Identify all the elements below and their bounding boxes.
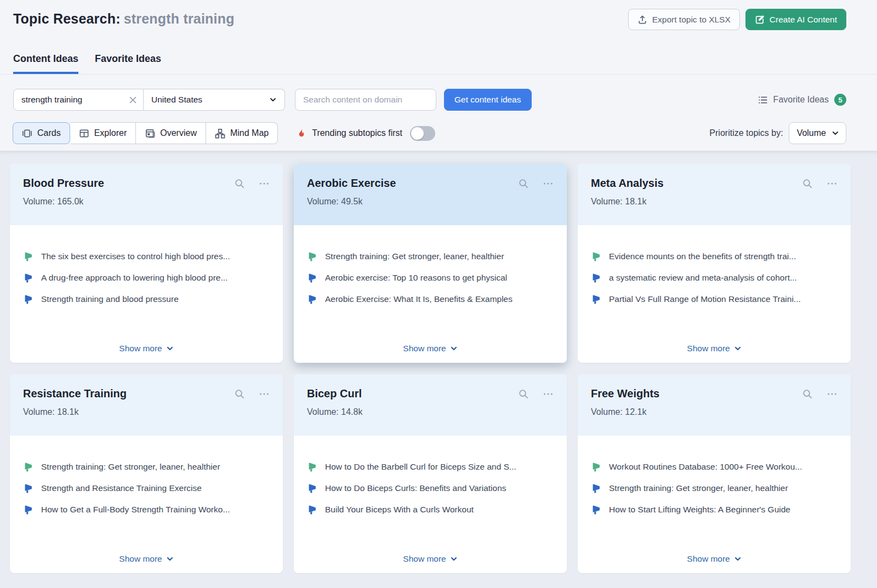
headline-item[interactable]: How to Do the Barbell Curl for Biceps Si… (307, 460, 554, 474)
show-more-button[interactable]: Show more (687, 554, 741, 564)
topic-card-volume: Volume: 165.0k (23, 197, 270, 207)
domain-search-placeholder: Search content on domain (303, 95, 402, 105)
ellipsis-menu-icon[interactable] (543, 178, 554, 189)
headline-list: Strength training: Get stronger, leaner,… (23, 460, 270, 524)
topic-cards-grid: Blood Pressure Volume: 165.0k (10, 164, 851, 573)
ellipsis-menu-icon[interactable] (827, 389, 838, 399)
topic-query-input[interactable]: strength training (13, 89, 144, 111)
view-controls-row: Cards Explorer Overview (0, 122, 877, 144)
topic-card-actions (518, 178, 554, 189)
view-mindmap-button[interactable]: Mind Map (206, 122, 278, 144)
headline-item[interactable]: A drug-free approach to lowering high bl… (23, 271, 270, 285)
upload-icon (637, 15, 647, 25)
get-content-ideas-button[interactable]: Get content ideas (444, 89, 532, 111)
magnifier-icon[interactable] (802, 178, 813, 189)
headline-item[interactable]: Strength training and blood pressure (23, 292, 270, 306)
ellipsis-menu-icon[interactable] (259, 389, 270, 399)
headline-item[interactable]: Aerobic exercise: Top 10 reasons to get … (307, 271, 554, 285)
ellipsis-menu-icon[interactable] (827, 178, 838, 189)
create-ai-content-button[interactable]: Create AI Content (745, 9, 846, 30)
favorite-ideas-link[interactable]: Favorite Ideas 5 (758, 94, 846, 106)
tab-favorite-ideas-label: Favorite Ideas (95, 53, 161, 64)
megaphone-icon (23, 504, 34, 515)
headline-item[interactable]: Strength training: Get stronger, leaner,… (591, 481, 838, 495)
topic-card: Bicep Curl Volume: 14.8k (294, 374, 567, 573)
headline-item[interactable]: How to Get a Full-Body Strength Training… (23, 503, 270, 517)
chevron-down-icon (269, 96, 277, 104)
get-content-ideas-label: Get content ideas (454, 95, 521, 105)
chevron-down-icon (166, 555, 174, 563)
topic-card-header: Aerobic Exercise Volume: 49.5k (294, 164, 567, 225)
megaphone-icon (591, 504, 602, 515)
topic-card: Free Weights Volume: 12.1k (578, 374, 851, 573)
show-more-button[interactable]: Show more (119, 554, 173, 564)
headline-item[interactable]: Strength training: Get stronger, leaner,… (307, 249, 554, 264)
page-title-prefix: Topic Research: (13, 11, 121, 26)
headline-item[interactable]: Strength training: Get stronger, leaner,… (23, 460, 270, 474)
headline-item[interactable]: Aerobic Exercise: What It Is, Benefits &… (307, 292, 554, 306)
ellipsis-menu-icon[interactable] (543, 389, 554, 399)
prioritize-topics-label: Prioritize topics by: (709, 128, 783, 138)
magnifier-icon[interactable] (518, 178, 529, 189)
prioritize-select[interactable]: Volume (789, 122, 846, 144)
megaphone-icon (23, 294, 34, 305)
headline-item[interactable]: How to Do Biceps Curls: Benefits and Var… (307, 481, 554, 495)
headline-item[interactable]: Partial Vs Full Range of Motion Resistan… (591, 292, 838, 306)
magnifier-icon[interactable] (802, 389, 813, 399)
headline-item[interactable]: Strength and Resistance Training Exercis… (23, 481, 270, 495)
ellipsis-menu-icon[interactable] (259, 178, 270, 189)
megaphone-icon (23, 251, 34, 262)
cards-icon (22, 128, 32, 139)
headline-item[interactable]: How to Start Lifting Weights: A Beginner… (591, 503, 838, 517)
trending-subtopics-toggle[interactable] (410, 126, 435, 141)
megaphone-icon (591, 251, 602, 262)
magnifier-icon[interactable] (234, 389, 245, 399)
headline-item[interactable]: Workout Routines Database: 1000+ Free Wo… (591, 460, 838, 474)
show-more-button[interactable]: Show more (119, 344, 173, 353)
overview-icon (145, 128, 155, 139)
view-overview-button[interactable]: Overview (136, 122, 206, 144)
topic-cards-area: Blood Pressure Volume: 165.0k (0, 151, 877, 588)
search-filter-row: strength training United States Search c… (0, 89, 877, 111)
topic-card-volume: Volume: 12.1k (591, 407, 838, 417)
toggle-knob (411, 127, 424, 140)
headline-list: Evidence mounts on the benefits of stren… (591, 249, 838, 313)
headline-item[interactable]: a systematic review and meta-analysis of… (591, 271, 838, 285)
headline-item[interactable]: Build Your Biceps With a Curls Workout (307, 503, 554, 517)
domain-search-input[interactable]: Search content on domain (295, 89, 436, 111)
prioritize-control: Prioritize topics by: Volume (709, 122, 846, 144)
megaphone-icon (591, 272, 602, 283)
trending-subtopics-label: Trending subtopics first (312, 128, 402, 138)
country-select[interactable]: United States (144, 89, 285, 111)
show-more-button[interactable]: Show more (687, 344, 741, 353)
show-more-button[interactable]: Show more (403, 344, 457, 353)
megaphone-icon (307, 251, 318, 262)
show-more-button[interactable]: Show more (403, 554, 457, 564)
topic-card-title: Aerobic Exercise (307, 177, 554, 190)
magnifier-icon[interactable] (234, 178, 245, 189)
tab-content-ideas[interactable]: Content Ideas (13, 53, 78, 74)
table-icon (79, 128, 89, 139)
topic-card-body: The six best exercises to control high b… (10, 225, 283, 363)
topic-card-actions (234, 389, 270, 399)
headline-item[interactable]: Evidence mounts on the benefits of stren… (591, 249, 838, 264)
magnifier-icon[interactable] (518, 389, 529, 399)
topic-card-body: Strength training: Get stronger, leaner,… (294, 225, 567, 363)
topic-card: Meta Analysis Volume: 18.1k (578, 164, 851, 363)
clear-query-icon[interactable] (129, 96, 136, 104)
tab-favorite-ideas[interactable]: Favorite Ideas (95, 53, 161, 74)
topic-card-title: Bicep Curl (307, 387, 554, 400)
topic-card-title: Meta Analysis (591, 177, 838, 190)
export-topic-button[interactable]: Export topic to XLSX (628, 9, 740, 30)
headline-item[interactable]: The six best exercises to control high b… (23, 249, 270, 264)
topic-card-header: Bicep Curl Volume: 14.8k (294, 374, 567, 436)
topic-card-actions (234, 178, 270, 189)
create-ai-content-label: Create AI Content (770, 15, 837, 25)
view-explorer-button[interactable]: Explorer (70, 122, 136, 144)
header-actions: Export topic to XLSX Create AI Content (628, 9, 846, 30)
list-icon (758, 95, 768, 105)
mindmap-icon (215, 128, 225, 139)
view-cards-button[interactable]: Cards (13, 122, 70, 144)
megaphone-icon (307, 461, 318, 472)
view-switcher: Cards Explorer Overview (13, 122, 278, 144)
